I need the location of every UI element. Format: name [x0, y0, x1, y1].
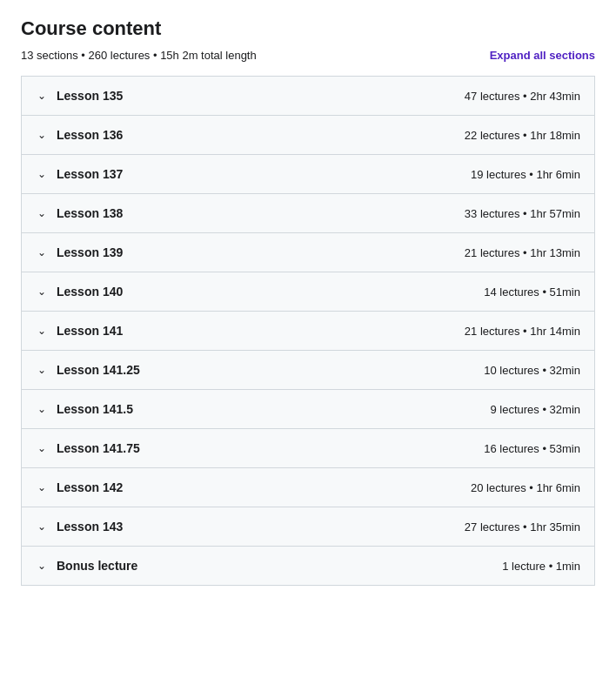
section-left: ⌄Lesson 141 [36, 324, 123, 338]
expand-all-button[interactable]: Expand all sections [490, 49, 595, 62]
section-title: Lesson 141.5 [57, 402, 133, 416]
section-meta: 21 lectures • 1hr 13min [465, 246, 580, 259]
chevron-down-icon: ⌄ [36, 246, 48, 258]
section-title: Lesson 140 [57, 285, 123, 299]
section-title: Lesson 138 [57, 206, 123, 220]
section-title: Bonus lecture [57, 559, 137, 573]
section-left: ⌄Lesson 135 [36, 89, 123, 103]
section-title: Lesson 135 [57, 89, 123, 103]
section-title: Lesson 136 [57, 128, 123, 142]
section-left: ⌄Lesson 140 [36, 285, 123, 299]
page-title: Course content [21, 17, 595, 40]
section-row[interactable]: ⌄Lesson 141.2510 lectures • 32min [22, 351, 594, 390]
section-meta: 16 lectures • 53min [484, 442, 580, 455]
section-title: Lesson 141 [57, 324, 123, 338]
section-row[interactable]: ⌄Lesson 141.7516 lectures • 53min [22, 429, 594, 468]
course-meta-row: 13 sections • 260 lectures • 15h 2m tota… [21, 49, 595, 62]
section-meta: 14 lectures • 51min [484, 285, 580, 299]
chevron-down-icon: ⌄ [36, 129, 48, 141]
section-row[interactable]: ⌄Lesson 13719 lectures • 1hr 6min [22, 155, 594, 194]
section-left: ⌄Lesson 142 [36, 480, 123, 494]
chevron-down-icon: ⌄ [36, 285, 48, 298]
section-title: Lesson 143 [57, 520, 123, 534]
section-left: ⌄Lesson 139 [36, 245, 123, 259]
chevron-down-icon: ⌄ [36, 207, 48, 219]
section-left: ⌄Lesson 141.25 [36, 363, 140, 377]
section-meta: 19 lectures • 1hr 6min [471, 168, 580, 181]
section-title: Lesson 141.75 [57, 441, 140, 455]
section-left: ⌄Lesson 141.5 [36, 402, 133, 416]
section-row[interactable]: ⌄Lesson 13921 lectures • 1hr 13min [22, 233, 594, 272]
section-left: ⌄Lesson 138 [36, 206, 123, 220]
section-left: ⌄Lesson 143 [36, 520, 123, 534]
section-row[interactable]: ⌄Lesson 14220 lectures • 1hr 6min [22, 468, 594, 507]
section-row[interactable]: ⌄Lesson 13547 lectures • 2hr 43min [22, 77, 594, 116]
section-row[interactable]: ⌄Lesson 14014 lectures • 51min [22, 272, 594, 312]
sections-list: ⌄Lesson 13547 lectures • 2hr 43min⌄Lesso… [21, 76, 595, 586]
section-meta: 27 lectures • 1hr 35min [465, 520, 580, 534]
section-row[interactable]: ⌄Lesson 14327 lectures • 1hr 35min [22, 507, 594, 547]
section-row[interactable]: ⌄Lesson 13622 lectures • 1hr 18min [22, 116, 594, 155]
chevron-down-icon: ⌄ [36, 325, 48, 337]
chevron-down-icon: ⌄ [36, 442, 48, 454]
chevron-down-icon: ⌄ [36, 364, 48, 376]
section-left: ⌄Bonus lecture [36, 559, 137, 573]
chevron-down-icon: ⌄ [36, 168, 48, 180]
section-title: Lesson 141.25 [57, 363, 140, 377]
section-meta: 10 lectures • 32min [484, 364, 580, 377]
section-left: ⌄Lesson 141.75 [36, 441, 140, 455]
section-meta: 1 lecture • 1min [502, 560, 580, 573]
section-title: Lesson 137 [57, 167, 123, 181]
section-title: Lesson 142 [57, 480, 123, 494]
section-meta: 21 lectures • 1hr 14min [465, 325, 580, 338]
section-title: Lesson 139 [57, 245, 123, 259]
chevron-down-icon: ⌄ [36, 403, 48, 415]
chevron-down-icon: ⌄ [36, 481, 48, 493]
course-meta: 13 sections • 260 lectures • 15h 2m tota… [21, 49, 257, 62]
section-meta: 20 lectures • 1hr 6min [471, 481, 580, 494]
section-row[interactable]: ⌄Lesson 141.59 lectures • 32min [22, 390, 594, 429]
chevron-down-icon: ⌄ [36, 90, 48, 102]
section-row[interactable]: ⌄Lesson 13833 lectures • 1hr 57min [22, 194, 594, 233]
section-left: ⌄Lesson 136 [36, 128, 123, 142]
chevron-down-icon: ⌄ [36, 560, 48, 572]
section-row[interactable]: ⌄Bonus lecture1 lecture • 1min [22, 547, 594, 585]
section-meta: 9 lectures • 32min [490, 403, 580, 416]
section-meta: 33 lectures • 1hr 57min [465, 207, 580, 220]
section-row[interactable]: ⌄Lesson 14121 lectures • 1hr 14min [22, 312, 594, 351]
chevron-down-icon: ⌄ [36, 520, 48, 533]
section-meta: 47 lectures • 2hr 43min [465, 90, 580, 103]
section-meta: 22 lectures • 1hr 18min [465, 129, 580, 142]
section-left: ⌄Lesson 137 [36, 167, 123, 181]
